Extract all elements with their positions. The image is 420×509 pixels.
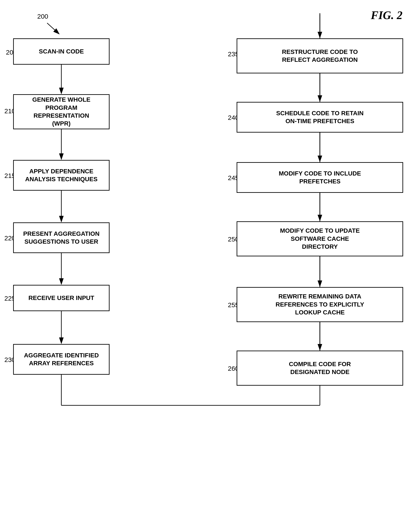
figure-label: FIG. 2 [371, 9, 403, 22]
box-245: MODIFY CODE TO INCLUDEPREFETCHES [237, 162, 403, 193]
box-220: PRESENT AGGREGATIONSUGGESTIONS TO USER [13, 222, 110, 253]
box-235: RESTRUCTURE CODE TOREFLECT AGGREGATION [237, 38, 403, 73]
box-225: RECEIVE USER INPUT [13, 285, 110, 311]
box-230: AGGREGATE IDENTIFIEDARRAY REFERENCES [13, 344, 110, 375]
box-210: GENERATE WHOLEPROGRAM REPRESENTATION(WPR… [13, 94, 110, 129]
box-260: COMPILE CODE FORDESIGNATED NODE [237, 351, 403, 386]
ref-200: 200 [37, 13, 48, 20]
box-255: REWRITE REMAINING DATAREFERENCES TO EXPL… [237, 287, 403, 322]
box-250: MODIFY CODE TO UPDATESOFTWARE CACHEDIREC… [237, 221, 403, 256]
box-240: SCHEDULE CODE TO RETAINON-TIME PREFETCHE… [237, 102, 403, 133]
svg-line-15 [47, 23, 59, 34]
box-205: SCAN-IN CODE [13, 38, 110, 65]
box-215: APPLY DEPENDENCEANALYSIS TECHNIQUES [13, 160, 110, 191]
